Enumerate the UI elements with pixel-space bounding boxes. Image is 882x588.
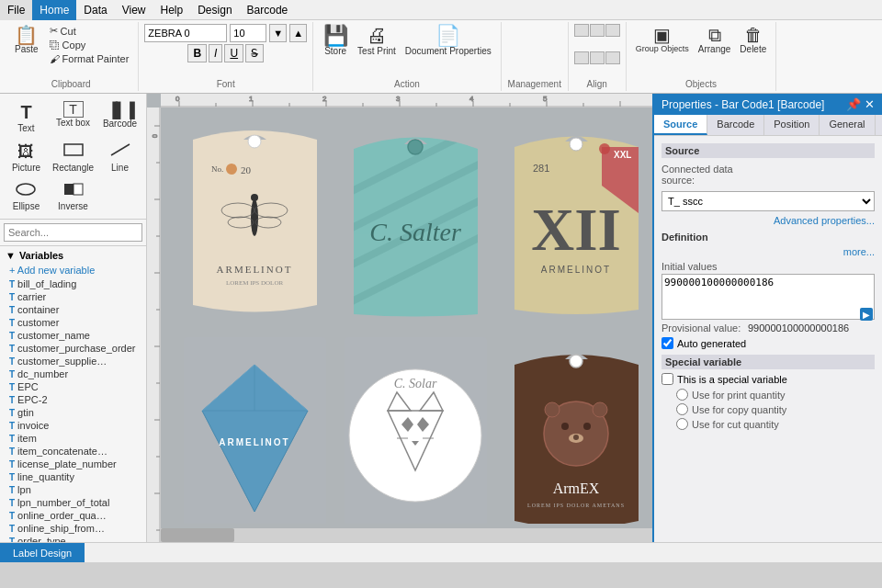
- menu-help[interactable]: Help: [153, 0, 191, 20]
- arrange-button[interactable]: ⧉ Arrange: [695, 24, 735, 56]
- align-mr[interactable]: [605, 51, 620, 64]
- test-print-button[interactable]: 🖨 Test Print: [354, 24, 400, 58]
- textbox-tool[interactable]: T Text box: [51, 97, 96, 137]
- scrollbar-thumb[interactable]: [161, 528, 234, 542]
- group-objects-label: Group Objects: [636, 44, 689, 53]
- textarea-expand-icon[interactable]: ▶: [860, 308, 873, 321]
- menu-file[interactable]: File: [0, 0, 32, 20]
- inverse-tool-label: Inverse: [58, 201, 88, 211]
- var-dc-number[interactable]: T dc_number: [2, 368, 144, 380]
- var-label: lpn: [17, 484, 31, 495]
- inverse-tool[interactable]: Inverse: [51, 178, 96, 216]
- menu-home[interactable]: Home: [32, 0, 76, 20]
- label-design-tab[interactable]: Label Design: [0, 543, 85, 562]
- cut-button[interactable]: ✂ Cut: [46, 24, 133, 38]
- var-bill-of-lading[interactable]: T bill_of_lading: [2, 277, 144, 290]
- is-special-checkbox[interactable]: [662, 373, 673, 385]
- font-name-input[interactable]: [144, 24, 227, 42]
- add-variable-button[interactable]: + Add new variable: [2, 263, 144, 277]
- tab-general[interactable]: General: [820, 115, 875, 135]
- align-tr[interactable]: [605, 24, 620, 37]
- var-line-quantity[interactable]: T line_quantity: [2, 470, 144, 483]
- align-tc[interactable]: [590, 24, 605, 37]
- format-painter-button[interactable]: 🖌 Format Painter: [46, 52, 133, 65]
- ellipse-tool[interactable]: Ellipse: [4, 178, 49, 216]
- tab-barcode[interactable]: Barcode: [707, 115, 764, 135]
- align-mc[interactable]: [590, 51, 605, 64]
- font-size-input[interactable]: [230, 24, 266, 42]
- connected-data-source-select[interactable]: T_ sscc: [662, 191, 875, 211]
- bold-button[interactable]: B: [187, 44, 207, 62]
- props-pin-button[interactable]: 📌: [846, 97, 861, 111]
- use-cut-radio[interactable]: [676, 418, 688, 430]
- label-5[interactable]: C. Solar: [345, 337, 492, 524]
- text-tool[interactable]: T Text: [4, 97, 49, 137]
- is-special-row: This is a special variable: [662, 373, 875, 385]
- var-customer-purchase-order[interactable]: T customer_purchase_order: [2, 342, 144, 355]
- var-item[interactable]: T item: [2, 432, 144, 445]
- store-button[interactable]: 💾 Store: [319, 24, 352, 58]
- font-size-up[interactable]: ▲: [289, 24, 307, 42]
- var-online-order-qty[interactable]: T online_order_quantity_uom: [2, 509, 144, 522]
- tab-position[interactable]: Position: [764, 115, 820, 135]
- rectangle-tool[interactable]: Rectangle: [51, 139, 96, 176]
- var-lpn[interactable]: T lpn: [2, 483, 144, 496]
- var-container[interactable]: T container: [2, 303, 144, 316]
- var-invoice[interactable]: T invoice: [2, 419, 144, 432]
- line-tool[interactable]: Line: [97, 139, 142, 176]
- label-4[interactable]: ARMELINOT: [184, 337, 331, 524]
- label-2[interactable]: C. Salter: [345, 121, 492, 323]
- group-objects-button[interactable]: ▣ Group Objects: [632, 24, 693, 55]
- var-order-type[interactable]: T order_type: [2, 535, 144, 542]
- use-copy-radio[interactable]: [676, 403, 688, 415]
- variables-root[interactable]: ▼ Variables: [2, 248, 144, 263]
- advanced-properties-link[interactable]: Advanced properties...: [662, 215, 875, 226]
- scrollbar-horizontal[interactable]: [161, 528, 652, 542]
- use-print-radio[interactable]: [676, 389, 688, 401]
- delete-button[interactable]: 🗑 Delete: [736, 24, 770, 56]
- initial-values-textarea[interactable]: 990000100000000186: [662, 274, 875, 320]
- font-size-down[interactable]: ▼: [269, 24, 287, 42]
- tab-source[interactable]: Source: [654, 115, 707, 135]
- menu-view[interactable]: View: [115, 0, 153, 20]
- var-customer-name[interactable]: T customer_name: [2, 329, 144, 342]
- svg-rect-4: [74, 184, 83, 195]
- var-icon: T: [9, 292, 15, 302]
- search-input[interactable]: [4, 223, 142, 242]
- test-print-label: Test Print: [357, 46, 396, 56]
- var-lpn-total[interactable]: T lpn_number_of_total: [2, 496, 144, 509]
- svg-text:XII: XII: [531, 197, 621, 263]
- label-6[interactable]: ArmEX LOREM IPS DOLOR AMETANS: [505, 337, 652, 524]
- use-print-label: Use for print quantity: [692, 390, 786, 401]
- var-epc[interactable]: T EPC: [2, 380, 144, 393]
- align-ml[interactable]: [574, 51, 589, 64]
- more-link[interactable]: more...: [662, 246, 875, 257]
- svg-text:C. Solar: C. Solar: [394, 377, 437, 390]
- barcode-tool[interactable]: ▐▌▐ Barcode: [97, 97, 142, 137]
- menu-design[interactable]: Design: [190, 0, 239, 20]
- picture-tool[interactable]: 🖼 Picture: [4, 139, 49, 176]
- var-item-concat[interactable]: T item_concatenated_segm...: [2, 445, 144, 458]
- props-close-button[interactable]: ✕: [865, 97, 875, 111]
- label-1[interactable]: No. 20 ARMELINOT: [184, 121, 331, 323]
- var-carrier[interactable]: T carrier: [2, 290, 144, 303]
- paste-label: Paste: [15, 44, 39, 54]
- menu-data[interactable]: Data: [76, 0, 114, 20]
- menu-barcode[interactable]: Barcode: [240, 0, 296, 20]
- auto-generated-checkbox[interactable]: [662, 337, 673, 349]
- var-customer-supplier-number[interactable]: T customer_supplier_numbe: [2, 355, 144, 368]
- var-customer[interactable]: T customer: [2, 316, 144, 329]
- var-online-ship[interactable]: T online_ship_from_organiz...: [2, 522, 144, 535]
- doc-props-button[interactable]: 📄 Document Properties: [401, 24, 495, 58]
- canvas-area[interactable]: 0 1 2 3 4 5: [147, 94, 652, 542]
- underline-button[interactable]: U: [224, 44, 243, 62]
- label-3[interactable]: 281 XXL XII ARMELINOT: [505, 121, 652, 323]
- paste-button[interactable]: 📋 Paste: [9, 24, 44, 56]
- copy-button[interactable]: ⿻ Copy: [46, 39, 133, 51]
- strikethrough-button[interactable]: S̶: [245, 44, 264, 62]
- var-epc2[interactable]: T EPC-2: [2, 393, 144, 406]
- var-license-plate[interactable]: T license_plate_number: [2, 458, 144, 470]
- align-tl[interactable]: [574, 24, 589, 37]
- var-gtin[interactable]: T gtin: [2, 406, 144, 419]
- italic-button[interactable]: I: [209, 44, 222, 62]
